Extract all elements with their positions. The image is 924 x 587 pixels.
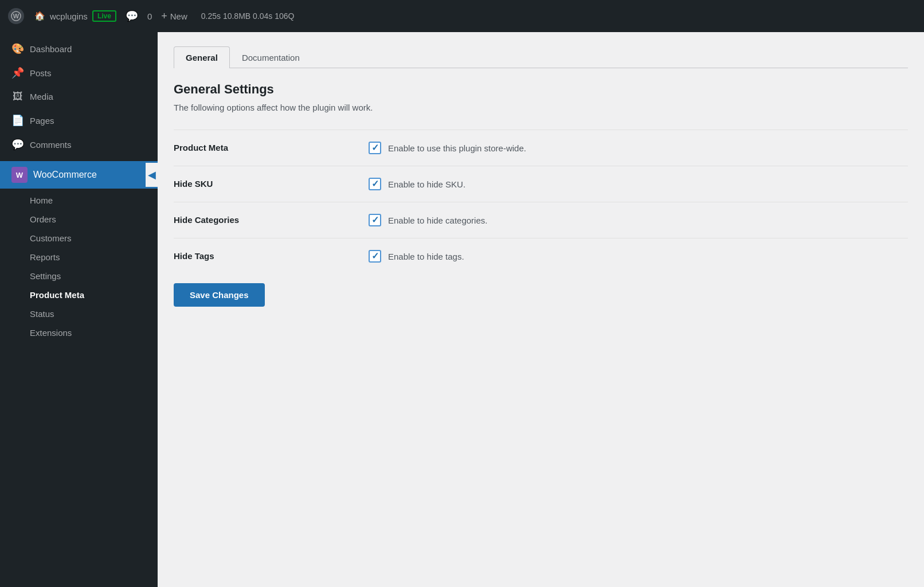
sidebar-top-section: 🎨Dashboard📌Posts🖼Media📄Pages💬Comments (0, 32, 158, 161)
save-changes-button[interactable]: Save Changes (174, 283, 265, 307)
comment-icon[interactable]: 💬 (126, 10, 138, 22)
posts-icon: 📌 (11, 66, 24, 79)
settings-description: The following options affect how the plu… (174, 103, 908, 112)
setting-row-hide-sku: Hide SKU ✓ Enable to hide SKU. (174, 166, 908, 202)
setting-label-hide-sku: Hide SKU (174, 178, 369, 189)
pages-icon: 📄 (11, 114, 24, 127)
setting-description-hide-tags: Enable to hide tags. (388, 252, 464, 261)
checkbox-hide-sku[interactable]: ✓ (369, 178, 381, 190)
checkbox-hide-categories[interactable]: ✓ (369, 214, 381, 226)
media-icon: 🖼 (11, 91, 24, 103)
setting-row-hide-tags: Hide Tags ✓ Enable to hide tags. (174, 238, 908, 274)
sidebar-label-media: Media (30, 92, 53, 101)
tab-general[interactable]: General (174, 46, 230, 68)
checkmark-icon: ✓ (371, 252, 379, 261)
sidebar-item-orders[interactable]: Orders (0, 210, 158, 229)
sidebar-item-customers[interactable]: Customers (0, 229, 158, 248)
tabs-container: GeneralDocumentation (174, 46, 908, 68)
settings-rows: Product Meta ✓ Enable to use this plugin… (174, 130, 908, 274)
admin-bar: W 🏠 wcplugins Live 💬 0 + New 0.25s 10.8M… (0, 0, 924, 32)
sidebar-item-reports[interactable]: Reports (0, 248, 158, 267)
woocommerce-submenu: HomeOrdersCustomersReportsSettingsProduc… (0, 189, 158, 345)
live-badge: Live (92, 10, 116, 22)
sidebar-item-dashboard[interactable]: 🎨Dashboard (0, 37, 158, 61)
checkmark-icon: ✓ (371, 179, 379, 189)
sidebar-item-media[interactable]: 🖼Media (0, 85, 158, 108)
sidebar: 🎨Dashboard📌Posts🖼Media📄Pages💬Comments W … (0, 32, 158, 587)
setting-label-hide-tags: Hide Tags (174, 250, 369, 261)
setting-label-product-meta: Product Meta (174, 142, 369, 152)
setting-control-hide-categories: ✓ Enable to hide categories. (369, 214, 487, 226)
checkmark-icon: ✓ (371, 216, 379, 225)
setting-control-hide-sku: ✓ Enable to hide SKU. (369, 178, 465, 190)
site-name[interactable]: 🏠 wcplugins Live (34, 10, 116, 22)
sidebar-label-comments: Comments (30, 140, 72, 150)
sidebar-item-status[interactable]: Status (0, 304, 158, 323)
checkbox-hide-tags[interactable]: ✓ (369, 250, 381, 263)
setting-control-product-meta: ✓ Enable to use this plugin store-wide. (369, 142, 526, 154)
sidebar-item-comments[interactable]: 💬Comments (0, 132, 158, 156)
woocommerce-icon: W (11, 167, 28, 183)
setting-row-hide-categories: Hide Categories ✓ Enable to hide categor… (174, 202, 908, 238)
tab-documentation[interactable]: Documentation (230, 46, 312, 68)
sidebar-item-pages[interactable]: 📄Pages (0, 108, 158, 132)
sidebar-label-pages: Pages (30, 116, 54, 126)
setting-description-product-meta: Enable to use this plugin store-wide. (388, 143, 526, 153)
new-menu[interactable]: + New (161, 10, 187, 22)
house-icon: 🏠 (34, 11, 45, 21)
sidebar-item-posts[interactable]: 📌Posts (0, 61, 158, 85)
sidebar-item-woocommerce[interactable]: W WooCommerce (0, 161, 158, 189)
woocommerce-label: WooCommerce (33, 170, 97, 180)
dashboard-icon: 🎨 (11, 42, 24, 55)
setting-description-hide-categories: Enable to hide categories. (388, 216, 487, 225)
sidebar-item-extensions[interactable]: Extensions (0, 323, 158, 342)
new-label: New (170, 11, 187, 21)
setting-control-hide-tags: ✓ Enable to hide tags. (369, 250, 464, 263)
wp-logo-icon[interactable]: W (7, 7, 25, 25)
settings-panel: General Settings The following options a… (174, 82, 908, 307)
setting-description-hide-sku: Enable to hide SKU. (388, 179, 465, 189)
plus-icon: + (161, 10, 167, 22)
checkbox-product-meta[interactable]: ✓ (369, 142, 381, 154)
checkmark-icon: ✓ (371, 143, 379, 152)
sidebar-item-home[interactable]: Home (0, 191, 158, 210)
sidebar-item-settings[interactable]: Settings (0, 267, 158, 285)
comment-count: 0 (147, 11, 152, 21)
comments-icon: 💬 (11, 138, 24, 151)
sidebar-item-product-meta[interactable]: Product Meta (0, 285, 158, 304)
main-content: GeneralDocumentation General Settings Th… (158, 32, 924, 587)
svg-text:W: W (13, 13, 19, 19)
sidebar-label-dashboard: Dashboard (30, 44, 72, 54)
performance-stats: 0.25s 10.8MB 0.04s 106Q (201, 11, 295, 21)
sidebar-label-posts: Posts (30, 68, 52, 78)
settings-title: General Settings (174, 82, 908, 97)
setting-row-product-meta: Product Meta ✓ Enable to use this plugin… (174, 130, 908, 166)
site-name-label: wcplugins (50, 11, 88, 21)
setting-label-hide-categories: Hide Categories (174, 214, 369, 225)
